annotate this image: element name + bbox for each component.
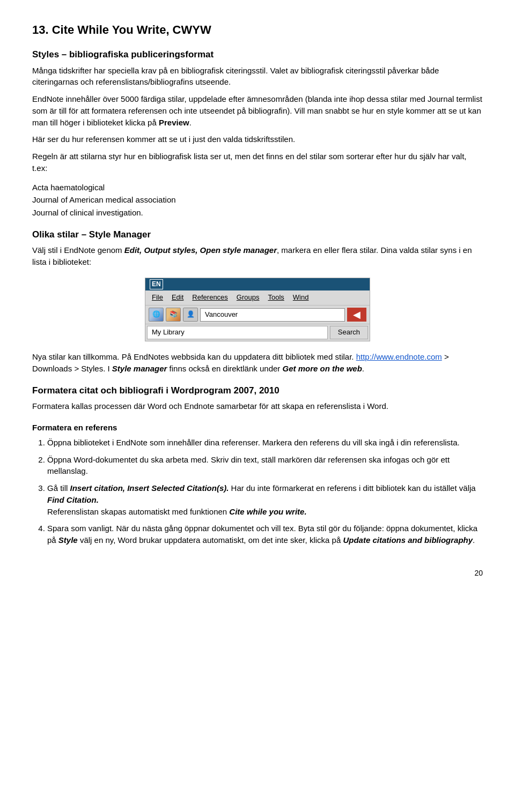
styles-para-3: Här ser du hur referensen kommer att se …: [32, 133, 483, 145]
formatera-intro: Formatera kallas processen där Word och …: [32, 400, 483, 412]
style-manager-heading: Olika stilar – Style Manager: [32, 228, 483, 242]
en-globe-icon-btn[interactable]: 🌐: [149, 308, 164, 322]
styles-heading: Styles – bibliografiska publiceringsform…: [32, 48, 483, 62]
step-3-bold2: Find Citation.: [47, 495, 99, 504]
styles-para-4: Regeln är att stilarna styr hur en bibli…: [32, 151, 483, 174]
step-4-bold2: Update citations and bibliography: [343, 535, 473, 545]
en-menu-tools[interactable]: Tools: [263, 292, 288, 304]
style-manager-intro-text1: Välj stil i EndNote genom: [32, 245, 124, 255]
en-search-button[interactable]: Search: [330, 326, 368, 339]
step-4-text3: .: [473, 535, 475, 545]
page-title: 13. Cite While You Write, CWYW: [32, 21, 483, 39]
step-3-text2: Har du inte förmarkerat en referens i di…: [229, 483, 475, 493]
step-4-bold1: Style: [58, 535, 78, 545]
styles-para-2: EndNote innehåller över 5000 färdiga sti…: [32, 93, 483, 128]
formatera-ref-subheading: Formatera en referens: [32, 422, 483, 434]
acta-line-1: Acta haematological: [32, 182, 483, 193]
endnote-link[interactable]: http://www.endnote.com: [356, 352, 442, 361]
step-1: Öppna biblioteket i EndNote som innehåll…: [47, 437, 483, 449]
new-styles-text3: finns också en direktlänk under: [167, 364, 282, 373]
new-styles-text4: .: [362, 364, 364, 373]
en-person-icon-btn[interactable]: 👤: [183, 308, 198, 322]
style-manager-intro: Välj stil i EndNote genom Edit, Output s…: [32, 244, 483, 268]
acta-line-2: Journal of American medical association: [32, 194, 483, 206]
en-logo: EN: [150, 279, 163, 289]
step-3-bold1: Insert citation, Insert Selected Citatio…: [70, 483, 229, 493]
step-2: Öppna Word-dokumentet du ska arbeta med.…: [47, 454, 483, 478]
en-menu-file[interactable]: File: [148, 292, 167, 304]
page-footer: 20: [32, 568, 483, 578]
en-bottom-bar: My Library Search: [145, 324, 370, 341]
en-menu-wind[interactable]: Wind: [289, 292, 313, 304]
endnote-screenshot: EN File Edit References Groups Tools Win…: [145, 278, 370, 341]
preview-bold: Preview: [159, 118, 189, 127]
step-3: Gå till Insert citation, Insert Selected…: [47, 482, 483, 517]
en-titlebar: EN: [145, 278, 370, 290]
formatera-steps-list: Öppna biblioteket i EndNote som innehåll…: [47, 437, 483, 546]
en-menu-groups[interactable]: Groups: [232, 292, 264, 304]
new-styles-text1: Nya stilar kan tillkomma. På EndNotes we…: [32, 352, 356, 361]
en-book-icon-btn[interactable]: 📚: [166, 308, 181, 322]
step-2-text: Öppna Word-dokumentet du ska arbeta med.…: [47, 455, 450, 476]
step-4-text2: välj en ny, Word brukar uppdatera automa…: [78, 535, 343, 545]
styles-para-1: Många tidskrifter har speciella krav på …: [32, 65, 483, 88]
acta-line-3: Journal of clinical investigation.: [32, 207, 483, 219]
page-number: 20: [474, 569, 483, 577]
step-3-text3: Referenslistan skapas automatiskt med fu…: [47, 507, 229, 516]
get-more-bold: Get more on the web: [283, 364, 362, 373]
en-menu-references[interactable]: References: [188, 292, 232, 304]
step-3-bold3: Cite while you write.: [229, 507, 306, 516]
en-style-box[interactable]: Vancouver: [200, 308, 345, 322]
en-toolbar: 🌐 📚 👤 Vancouver ◀: [145, 305, 370, 324]
en-menubar: File Edit References Groups Tools Wind: [145, 290, 370, 305]
step-4: Spara som vanligt. När du nästa gång öpp…: [47, 523, 483, 546]
formatera-heading: Formatera citat och bibliografi i Wordpr…: [32, 384, 483, 398]
style-manager-bold2: Style manager: [112, 364, 167, 373]
acta-examples: Acta haematological Journal of American …: [32, 182, 483, 219]
step-1-text: Öppna biblioteket i EndNote som innehåll…: [47, 438, 460, 447]
en-menu-edit[interactable]: Edit: [167, 292, 188, 304]
style-manager-bold-italic: Edit, Output styles, Open style manager: [124, 245, 277, 255]
new-styles-para: Nya stilar kan tillkomma. På EndNotes we…: [32, 351, 483, 375]
step-3-text1: Gå till: [47, 483, 70, 493]
en-arrow-btn[interactable]: ◀: [347, 308, 366, 322]
en-mylibrary-field[interactable]: My Library: [147, 326, 328, 339]
